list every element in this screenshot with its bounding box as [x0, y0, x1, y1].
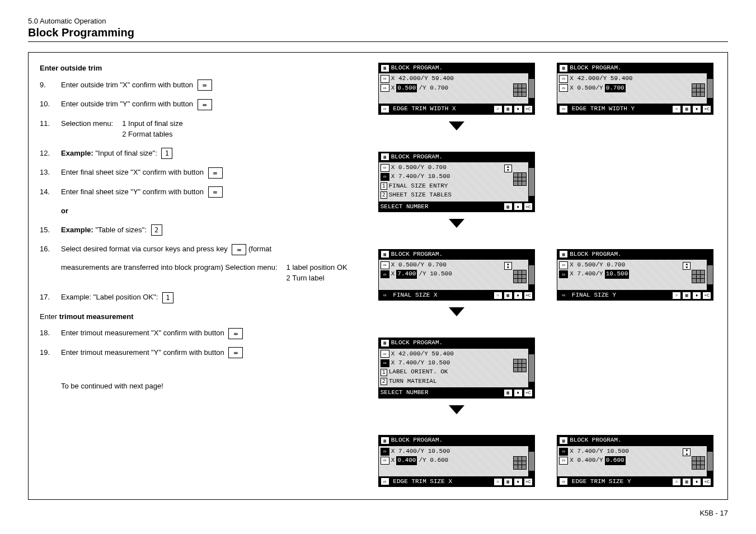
- lcd-screen: ▦BLOCK PROGRAM. ▭X 0.500/Y 0.700 ▭X 7.40…: [557, 249, 713, 301]
- footer-controls: =▦♦«C: [672, 292, 711, 299]
- lcd-body: ▭X 0.500/Y 0.700 ▭X 7.400/Y 10.500 ▲▼: [378, 260, 535, 290]
- step-17: 17. Example: "Label position OK": 1: [40, 292, 353, 303]
- footer-icon: ▭: [559, 292, 568, 299]
- final-icon: ▭: [381, 270, 389, 278]
- step-text: Select desired format via cursor keys an…: [61, 243, 353, 284]
- step-16: 16. Select desired format via cursor key…: [40, 243, 353, 284]
- step-number: 11.: [40, 118, 61, 129]
- lcd-title-bar: ▦BLOCK PROGRAM.: [378, 63, 535, 73]
- step-number: 9.: [40, 79, 61, 91]
- option-1-box: 1: [381, 369, 387, 376]
- final-icon: ▭: [559, 270, 568, 278]
- step-text: Enter outside trim "X" confirm with butt…: [61, 79, 353, 91]
- program-icon: ▦: [559, 64, 568, 72]
- panel-select-label: ▦BLOCK PROGRAM. ▭X 42.000/Y 59.400 ▭X 7.…: [375, 338, 538, 417]
- lcd-footer: SELECT NUMBER ▦♦«C: [378, 387, 535, 398]
- confirm-button-icon: =: [232, 244, 246, 255]
- sheet-icon: ▭: [381, 75, 389, 83]
- updown-icon: ♦: [514, 478, 523, 486]
- footer-controls: ▦♦«C: [504, 389, 533, 397]
- grid-preview-icon: [692, 456, 705, 470]
- up-down-arrow-icon: ▲▼: [504, 262, 512, 270]
- trim-icon: ▭: [381, 164, 389, 172]
- scrollbar-icon: [707, 260, 713, 290]
- trimout-icon: ▭: [381, 457, 389, 465]
- lcd-screen: ▦BLOCK PROGRAM. ▭X 0.500/Y 0.700 ▭X 7.40…: [378, 249, 535, 301]
- program-icon: ▦: [559, 250, 568, 258]
- lcd-body: ▭X 7.400/Y 10.500 ▭X 0.400/Y 0.600: [378, 446, 535, 476]
- down-arrow-icon: [449, 307, 464, 316]
- content-frame: Enter outside trim 9. Enter outside trim…: [28, 52, 728, 500]
- scrollbar-icon: [528, 349, 534, 388]
- instruction-list: 15. Example: "Table of sizes": 2 16. Sel…: [40, 224, 353, 303]
- numeric-key-1: 1: [162, 292, 173, 303]
- c-icon: «C: [702, 105, 711, 113]
- step-number: 12.: [40, 148, 61, 159]
- lcd-footer: ▭ EDGE TRIM SIZE Y =▦♦«C: [557, 476, 713, 487]
- lcd-title-bar: ▦BLOCK PROGRAM.: [557, 435, 713, 446]
- lcd-body: ▭X 0.500/Y 0.700 ▭X 7.400/Y 10.500 1FINA…: [378, 162, 535, 202]
- lcd-title-bar: ▦BLOCK PROGRAM.: [557, 63, 713, 73]
- lcd-body: ▭X 42.000/Y 59.400 ▭X 7.400/Y 10.500 1LA…: [378, 349, 535, 388]
- numeric-key-2: 2: [151, 224, 162, 236]
- lcd-title-bar: ▦BLOCK PROGRAM.: [557, 249, 713, 260]
- step-9: 9. Enter outside trim "X" confirm with b…: [40, 79, 353, 91]
- updown-icon: ♦: [514, 105, 523, 113]
- step-number: 16.: [40, 243, 61, 255]
- step-15: 15. Example: "Table of sizes": 2: [40, 224, 353, 236]
- c-icon: «C: [524, 292, 533, 299]
- grid-preview-icon: [513, 270, 527, 283]
- lcd-title-bar: ▦BLOCK PROGRAM.: [378, 249, 535, 260]
- trim-icon: ▭: [559, 261, 568, 269]
- step-number: 17.: [40, 292, 61, 303]
- step-text: Enter trimout measurement "X" confirm wi…: [61, 327, 353, 339]
- step-text: Enter final sheet size "X" confirm with …: [61, 167, 353, 179]
- grid-preview-icon: [513, 359, 527, 372]
- step-text: Enter outside trim "Y" confirm with butt…: [61, 99, 353, 110]
- step-14: 14. Enter final sheet size "Y" confirm w…: [40, 186, 353, 198]
- trim-icon: ▭: [381, 84, 389, 92]
- footer-controls: =▦♦«C: [494, 478, 533, 486]
- lcd-title-bar: ▦BLOCK PROGRAM.: [378, 435, 535, 446]
- footer-icon: ▭: [381, 292, 389, 299]
- panel-select-final-size: ▦BLOCK PROGRAM. ▭X 0.500/Y 0.700 ▭X 7.40…: [375, 152, 538, 231]
- updown-icon: ♦: [692, 478, 701, 486]
- step-19: 19. Enter trimout measurement "Y" confir…: [40, 347, 353, 359]
- grid-preview-icon: [513, 456, 527, 470]
- lcd-footer: ▭ EDGE TRIM SIZE X =▦♦«C: [378, 476, 535, 487]
- footer-controls: =▦♦«C: [494, 105, 533, 113]
- lcd-body: ▭X 42.000/Y 59.400 ▭X 0.500/Y 0.700: [557, 73, 713, 104]
- equals-icon: =: [494, 105, 503, 113]
- confirm-button-icon: =: [208, 186, 223, 198]
- page-title: Block Programming: [28, 26, 728, 42]
- step-text: Selection menu: 1 Input of final size 2 …: [61, 118, 353, 140]
- or-divider: or: [61, 205, 353, 217]
- equals-icon: =: [672, 478, 681, 486]
- highlighted-value: 10.500: [605, 270, 630, 278]
- option-1-box: 1: [381, 182, 387, 190]
- final-icon: ▭: [559, 448, 568, 456]
- final-icon: ▭: [381, 448, 389, 456]
- up-down-arrow-icon: ▲▼: [683, 262, 691, 270]
- scrollbar-icon: [528, 73, 534, 104]
- keypad-icon: ▦: [504, 389, 513, 397]
- updown-icon: ♦: [514, 203, 523, 210]
- updown-icon: ♦: [692, 292, 701, 299]
- continue-note: To be continued with next page!: [61, 381, 353, 392]
- footer-controls: =▦♦«C: [672, 478, 711, 486]
- step-number: 14.: [40, 186, 61, 198]
- lcd-screen: ▦BLOCK PROGRAM. ▭X 42.000/Y 59.400 ▭X 0.…: [557, 63, 713, 115]
- step-13: 13. Enter final sheet size "X" confirm w…: [40, 167, 353, 179]
- highlighted-value: 0.400: [396, 456, 417, 465]
- updown-icon: ♦: [514, 389, 523, 397]
- grid-preview-icon: [513, 83, 527, 97]
- lcd-footer: ▭ FINAL SIZE Y =▦♦«C: [557, 290, 713, 301]
- lcd-screen: ▦BLOCK PROGRAM. ▭X 0.500/Y 0.700 ▭X 7.40…: [378, 152, 535, 212]
- lcd-title-bar: ▦BLOCK PROGRAM.: [378, 338, 535, 348]
- option-2-box: 2: [381, 191, 387, 199]
- panel-final-size-x: ▦BLOCK PROGRAM. ▭X 0.500/Y 0.700 ▭X 7.40…: [375, 249, 538, 320]
- grid-preview-icon: [692, 83, 705, 97]
- program-icon: ▦: [381, 153, 389, 161]
- confirm-button-icon: =: [228, 347, 243, 358]
- c-icon: «C: [524, 389, 533, 397]
